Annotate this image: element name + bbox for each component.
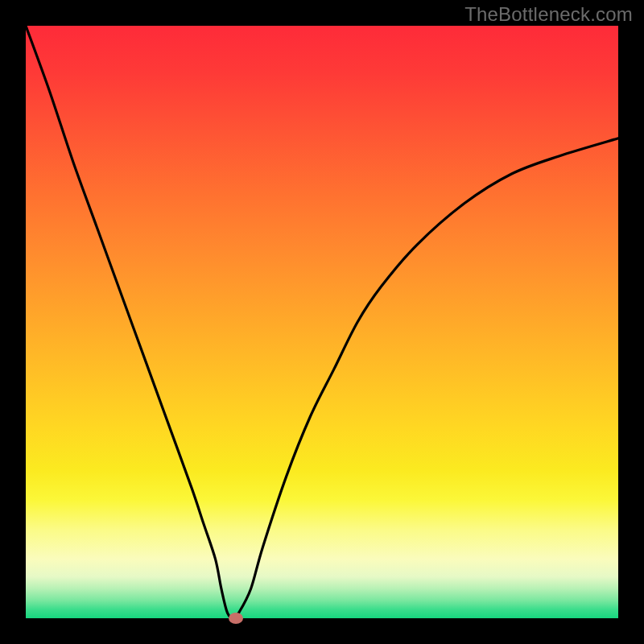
bottleneck-curve-path — [26, 26, 618, 618]
chart-frame: TheBottleneck.com — [0, 0, 644, 644]
minimum-marker — [229, 613, 243, 624]
plot-area — [26, 26, 618, 618]
curve-svg — [26, 26, 618, 618]
watermark-text: TheBottleneck.com — [464, 3, 633, 26]
